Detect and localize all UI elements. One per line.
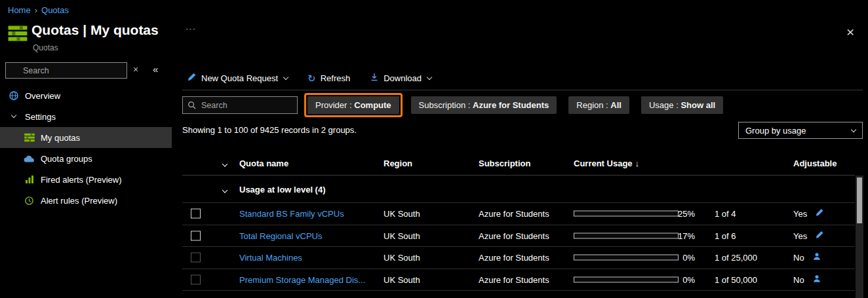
pill-value: Compute	[354, 100, 391, 110]
edit-pencil-icon[interactable]	[815, 230, 824, 241]
usage-percent: 25%	[662, 209, 695, 219]
subscription-cell: Azure for Students	[479, 274, 549, 284]
filter-pill-subscription-wrap: Subscription : Azure for Students	[408, 93, 561, 117]
pill-label: Region	[576, 100, 603, 110]
chevron-down-icon	[851, 126, 856, 132]
sidebar-item-quota-groups[interactable]: Quota groups	[0, 148, 172, 169]
pill-separator: :	[465, 100, 473, 110]
adjustable-value: No	[793, 253, 804, 263]
edit-pencil-icon[interactable]	[815, 208, 824, 219]
quota-name-link[interactable]: Total Regional vCPUs	[239, 231, 322, 240]
region-cell: UK South	[384, 231, 420, 240]
pill-value: Azure for Students	[473, 100, 549, 110]
toolbar-button-label: Download	[384, 73, 422, 83]
breadcrumb-home[interactable]: Home	[8, 5, 31, 15]
sort-descending-icon: ↓	[635, 158, 640, 168]
sidebar-item-label: Overview	[25, 91, 60, 101]
sidebar-item-label: Quota groups	[41, 154, 92, 164]
breadcrumb-quotas[interactable]: Quotas	[41, 5, 69, 15]
page-subtitle: Quotas	[33, 43, 58, 52]
pill-separator: :	[604, 100, 611, 110]
support-person-icon[interactable]	[812, 252, 821, 263]
column-header-quota-name[interactable]: Quota name	[239, 158, 288, 168]
close-icon[interactable]: ×	[846, 25, 854, 39]
row-checkbox	[191, 253, 201, 263]
sidebar-item-label: Settings	[25, 112, 56, 122]
subscription-cell: Azure for Students	[479, 209, 549, 219]
sidebar-nav: Overview Settings My quotas Quota groups	[0, 85, 172, 211]
region-cell: UK South	[384, 274, 420, 284]
clear-search-icon[interactable]: ×	[133, 64, 138, 75]
expand-all-chevron-icon[interactable]	[223, 158, 227, 168]
filter-search-input[interactable]	[182, 96, 298, 114]
page-title: Quotas | My quotas	[31, 22, 159, 38]
toolbar: New Quota Request ↻ Refresh Download	[187, 69, 431, 86]
table-row: Total Regional vCPUs UK South Azure for …	[182, 225, 855, 248]
sidebar-item-my-quotas[interactable]: My quotas	[0, 127, 172, 148]
row-checkbox[interactable]	[191, 231, 201, 240]
column-header-adjustable[interactable]: Adjustable	[793, 158, 837, 168]
support-person-icon[interactable]	[812, 274, 821, 285]
quota-name-link[interactable]: Standard BS Family vCPUs	[239, 209, 344, 219]
vertical-scrollbar[interactable]	[856, 176, 863, 298]
group-collapse-chevron-icon[interactable]	[223, 184, 227, 194]
globe-icon	[8, 90, 19, 102]
pill-separator: :	[347, 100, 354, 110]
refresh-button[interactable]: ↻ Refresh	[307, 73, 350, 83]
table-header-row: Quota name Region Subscription Current U…	[182, 151, 855, 176]
quota-name-link[interactable]: Premium Storage Managed Dis...	[239, 274, 365, 284]
subscription-cell: Azure for Students	[479, 231, 549, 240]
sidebar-search-input[interactable]	[5, 62, 127, 79]
pill-value: All	[610, 100, 621, 110]
quotas-table: Quota name Region Subscription Current U…	[182, 151, 863, 291]
usage-percent: 0%	[662, 253, 695, 263]
group-by-select[interactable]: Group by usage	[738, 122, 863, 139]
filter-pill-usage-wrap: Usage : Show all	[638, 93, 726, 117]
scrollbar-thumb[interactable]	[857, 177, 862, 223]
column-header-current-usage[interactable]: Current Usage↓	[574, 158, 639, 168]
group-by-value: Group by usage	[745, 126, 806, 136]
row-checkbox[interactable]	[191, 209, 201, 219]
region-cell: UK South	[384, 253, 420, 263]
table-group-row[interactable]: Usage at low level (4)	[182, 176, 855, 203]
quotas-icon	[8, 25, 28, 44]
usage-detail: 1 of 6	[715, 231, 736, 240]
chevron-down-icon	[427, 74, 432, 79]
sidebar-item-label: Alert rules (Preview)	[41, 196, 117, 206]
usage-detail: 1 of 4	[715, 209, 736, 219]
usage-percent: 0%	[662, 274, 695, 284]
chevron-down-icon	[283, 74, 288, 79]
new-quota-request-button[interactable]: New Quota Request	[187, 72, 288, 84]
toolbar-button-label: New Quota Request	[201, 73, 278, 83]
sidebar-item-fired-alerts[interactable]: Fired alerts (Preview)	[0, 169, 172, 190]
more-menu-icon[interactable]: ···	[186, 24, 196, 33]
search-icon	[187, 101, 196, 111]
collapse-sidebar-icon[interactable]: «	[153, 64, 158, 75]
table-row: Standard BS Family vCPUs UK South Azure …	[182, 203, 855, 225]
filter-pill-region[interactable]: Region : All	[568, 96, 629, 114]
column-header-subscription[interactable]: Subscription	[479, 158, 530, 168]
pill-label: Provider	[315, 100, 347, 110]
results-summary: Showing 1 to 100 of 9425 records in 2 gr…	[182, 125, 357, 135]
pencil-icon	[187, 72, 197, 84]
subscription-cell: Azure for Students	[479, 253, 549, 263]
group-label: Usage at low level (4)	[239, 184, 326, 194]
bar-chart-icon	[24, 174, 35, 185]
row-checkbox	[191, 274, 201, 284]
sidebar-item-settings[interactable]: Settings	[0, 106, 172, 127]
adjustable-value: Yes	[793, 209, 807, 219]
filter-pill-provider[interactable]: Provider : Compute	[307, 96, 399, 114]
filter-pill-provider-highlight: Provider : Compute	[304, 93, 403, 117]
filter-pill-usage[interactable]: Usage : Show all	[641, 96, 723, 114]
pill-label: Usage	[649, 100, 674, 110]
sidebar-item-overview[interactable]: Overview	[0, 85, 172, 106]
download-button[interactable]: Download	[370, 73, 431, 84]
column-header-region[interactable]: Region	[384, 158, 412, 168]
filter-pill-region-wrap: Region : All	[565, 93, 633, 117]
adjustable-value: No	[793, 274, 804, 284]
pill-separator: :	[674, 100, 681, 110]
sidebar-item-alert-rules[interactable]: Alert rules (Preview)	[0, 190, 172, 211]
quota-name-link[interactable]: Virtual Machines	[239, 253, 302, 263]
filter-pill-subscription[interactable]: Subscription : Azure for Students	[411, 96, 557, 114]
breadcrumb-separator-icon: ›	[35, 5, 37, 15]
